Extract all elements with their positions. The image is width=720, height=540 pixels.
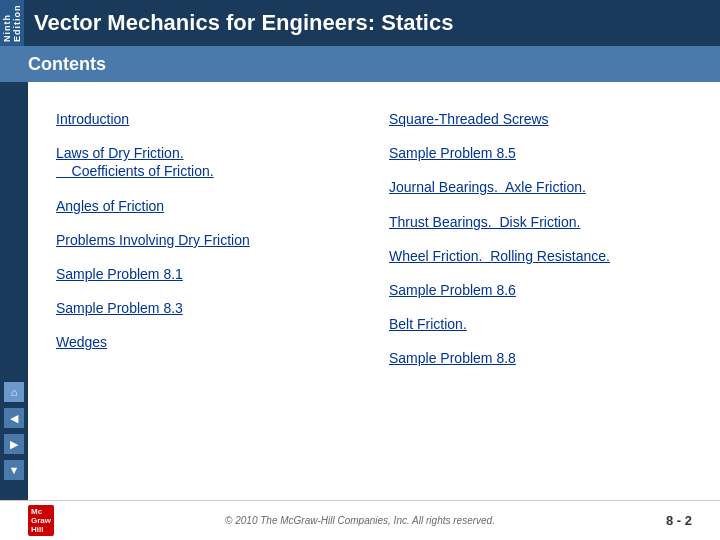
link-laws-dry-friction[interactable]: Laws of Dry Friction. Coefficients of Fr… (56, 136, 359, 188)
link-thrust-bearings[interactable]: Thrust Bearings. Disk Friction. (389, 205, 692, 239)
link-sample-8-8[interactable]: Sample Problem 8.8 (389, 341, 692, 375)
content-area: Introduction Laws of Dry Friction. Coeff… (28, 82, 720, 500)
forward-icon[interactable]: ▶ (4, 434, 24, 454)
link-square-threaded[interactable]: Square-Threaded Screws (389, 102, 692, 136)
header: Ninth Edition Vector Mechanics for Engin… (0, 0, 720, 82)
link-belt-friction[interactable]: Belt Friction. (389, 307, 692, 341)
main-container: ⌂ ◀ ▶ ▼ Introduction Laws of Dry Frictio… (0, 82, 720, 500)
link-introduction[interactable]: Introduction (56, 102, 359, 136)
left-column: Introduction Laws of Dry Friction. Coeff… (56, 102, 359, 490)
sidebar: ⌂ ◀ ▶ ▼ (0, 82, 28, 500)
link-wedges[interactable]: Wedges (56, 325, 359, 359)
footer: McGrawHill © 2010 The McGraw-Hill Compan… (0, 500, 720, 540)
link-sample-8-1[interactable]: Sample Problem 8.1 (56, 257, 359, 291)
link-sample-8-3[interactable]: Sample Problem 8.3 (56, 291, 359, 325)
footer-copyright: © 2010 The McGraw-Hill Companies, Inc. A… (225, 515, 495, 526)
footer-page-number: 8 - 2 (666, 513, 692, 528)
link-problems-dry-friction[interactable]: Problems Involving Dry Friction (56, 223, 359, 257)
link-sample-8-6[interactable]: Sample Problem 8.6 (389, 273, 692, 307)
link-journal-bearings[interactable]: Journal Bearings. Axle Friction. (389, 170, 692, 204)
link-angles-friction[interactable]: Angles of Friction (56, 189, 359, 223)
down-icon[interactable]: ▼ (4, 460, 24, 480)
home-icon[interactable]: ⌂ (4, 382, 24, 402)
back-icon[interactable]: ◀ (4, 408, 24, 428)
right-column: Square-Threaded Screws Sample Problem 8.… (389, 102, 692, 490)
mcgraw-logo-box: McGrawHill (28, 505, 54, 536)
mcgraw-logo: McGrawHill (28, 505, 54, 536)
subheader: Contents (0, 46, 720, 82)
edition-label: Ninth Edition (0, 0, 24, 46)
link-sample-8-5[interactable]: Sample Problem 8.5 (389, 136, 692, 170)
header-title: Vector Mechanics for Engineers: Statics (24, 10, 453, 36)
link-wheel-friction[interactable]: Wheel Friction. Rolling Resistance. (389, 239, 692, 273)
